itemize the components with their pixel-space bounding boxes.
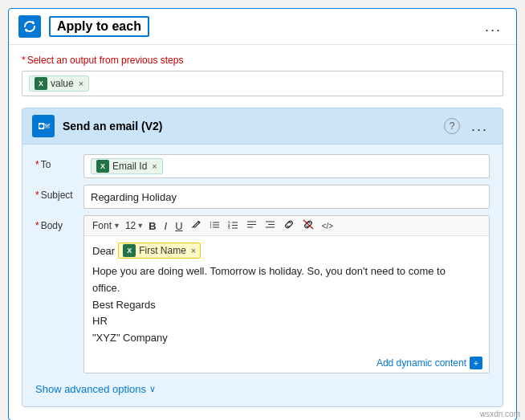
send-email-card: Send an email (V2) ? ... *To X Ema (22, 108, 503, 407)
firstname-close[interactable]: × (191, 246, 196, 255)
inner-header-right: ? ... (444, 116, 493, 137)
body-container: Font ▼ 12 ▼ B I U (83, 215, 490, 373)
firstname-label: First Name (139, 245, 186, 256)
font-arrow: ▼ (113, 222, 120, 230)
add-dynamic-row: Add dynamic content + (84, 353, 489, 373)
inner-title: Send an email (V2) (63, 120, 162, 133)
list-ordered-button[interactable]: 1.2.3. (225, 218, 242, 233)
code-button[interactable]: </> (319, 221, 336, 231)
link-button[interactable] (280, 218, 298, 233)
unlink-button[interactable] (299, 218, 317, 233)
add-dynamic-icon[interactable]: + (470, 357, 482, 369)
outer-body: *Select an output from previous steps X … (9, 45, 516, 420)
outer-header: Apply to each ... (9, 9, 516, 45)
excel-icon: X (35, 77, 47, 90)
dear-text: Dear (92, 245, 115, 257)
list-unordered-button[interactable] (206, 218, 223, 233)
italic-button[interactable]: I (161, 219, 171, 233)
chip-label: value (51, 78, 74, 89)
body-toolbar: Font ▼ 12 ▼ B I U (84, 216, 489, 236)
inner-header-left: Send an email (V2) (32, 115, 162, 137)
help-button[interactable]: ? (444, 118, 460, 134)
body-line3: Best Regards (92, 297, 481, 314)
subject-label: *Subject (35, 185, 83, 201)
align-button[interactable] (243, 218, 260, 233)
value-chip: X value × (29, 75, 89, 92)
outer-title: Apply to each (49, 16, 149, 37)
body-line5: "XYZ" Company (92, 330, 481, 347)
subject-row: *Subject Regarding Holiday (35, 185, 490, 209)
subject-field[interactable]: Regarding Holiday (83, 185, 490, 209)
chevron-down-icon: ∨ (149, 384, 156, 394)
firstname-chip: X First Name × (118, 243, 201, 259)
to-chip-label: Email Id (112, 161, 147, 172)
font-dropdown[interactable]: Font ▼ (89, 218, 124, 233)
bold-button[interactable]: B (145, 219, 159, 233)
body-content[interactable]: Dear X First Name × Hope you are doing w… (84, 236, 489, 353)
outer-header-left: Apply to each (18, 15, 149, 38)
outer-ellipsis-button[interactable]: ... (480, 17, 507, 37)
value-chip-container[interactable]: X value × (22, 71, 503, 96)
underline-button[interactable]: U (172, 219, 185, 233)
loop-icon (18, 15, 41, 38)
font-size-value: 12 (125, 220, 136, 231)
to-chip: X Email Id × (91, 158, 163, 174)
show-advanced-label: Show advanced options (35, 383, 146, 395)
body-row: *Body Font ▼ 12 ▼ (35, 215, 490, 373)
to-label: *To (35, 154, 83, 170)
required-star: * (22, 55, 26, 66)
body-line2: office. (92, 280, 481, 297)
to-chip-close[interactable]: × (152, 161, 157, 171)
inner-body: *To X Email Id × *Subject (22, 145, 503, 406)
svg-text:3.: 3. (228, 226, 230, 230)
apply-to-each-card: Apply to each ... *Select an output from… (8, 8, 517, 420)
outlook-icon (32, 115, 55, 137)
to-field[interactable]: X Email Id × (83, 154, 490, 178)
body-line1: Hope you are doing well. Tomorrow is hol… (92, 263, 481, 280)
watermark: wsxdn.com (480, 410, 520, 418)
inner-header: Send an email (V2) ? ... (22, 108, 503, 145)
align-right-button[interactable] (262, 218, 279, 233)
chip-close[interactable]: × (79, 79, 83, 88)
dear-line: Dear X First Name × (92, 243, 481, 259)
inner-ellipsis-button[interactable]: ... (466, 116, 493, 137)
subject-value: Regarding Holiday (91, 191, 177, 203)
pencil-button[interactable] (188, 218, 205, 233)
body-line4: HR (92, 313, 481, 330)
font-size-control[interactable]: 12 ▼ (125, 220, 144, 231)
to-row: *To X Email Id × (35, 154, 490, 178)
excel-icon-firstname: X (123, 244, 136, 257)
select-output-label: *Select an output from previous steps (22, 55, 503, 66)
body-label: *Body (35, 215, 83, 231)
show-advanced-button[interactable]: Show advanced options ∨ (35, 383, 490, 395)
add-dynamic-link[interactable]: Add dynamic content (376, 357, 466, 369)
font-size-arrow: ▼ (136, 222, 144, 230)
excel-icon-to: X (96, 160, 109, 173)
svg-point-2 (39, 124, 43, 128)
font-label: Font (92, 220, 112, 231)
